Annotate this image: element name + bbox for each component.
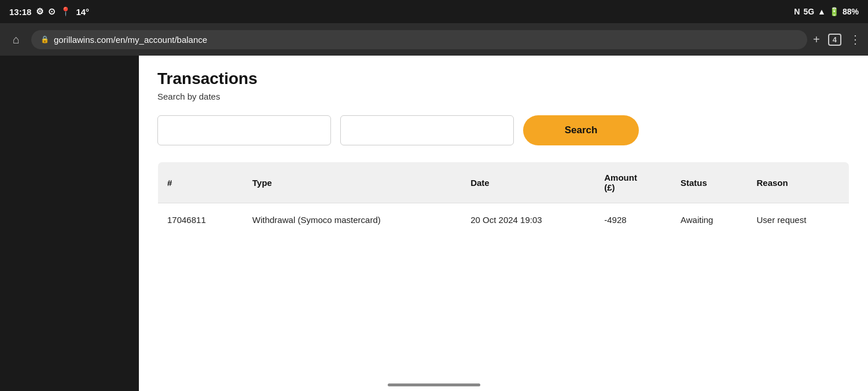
- location-icon: 📍: [60, 6, 71, 17]
- page-outer: Transactions Search by dates Search # Ty…: [0, 56, 868, 391]
- cell-reason: User request: [747, 203, 849, 237]
- table-body: 17046811 Withdrawal (Symoco mastercard) …: [158, 203, 849, 237]
- url-display: gorillawins.com/en/my_account/balance: [54, 35, 207, 45]
- cell-amount: -4928: [595, 203, 671, 237]
- address-bar[interactable]: 🔒 gorillawins.com/en/my_account/balance: [31, 30, 807, 49]
- cell-id: 17046811: [158, 203, 244, 237]
- table-header: # Type Date Amount(£) Status Reason: [158, 162, 849, 203]
- table-header-row: # Type Date Amount(£) Status Reason: [158, 162, 849, 203]
- battery-icon: 🔋: [829, 7, 839, 16]
- status-bar-right: N 5G ▲ 🔋 88%: [794, 7, 859, 16]
- search-by-dates-label: Search by dates: [157, 92, 849, 101]
- network-display: 5G: [803, 7, 814, 16]
- address-bar-lock-icon: 🔒: [41, 35, 49, 43]
- home-button[interactable]: ⌂: [7, 30, 25, 49]
- page-sidebar: [0, 56, 139, 391]
- time-display: 13:18: [9, 7, 31, 17]
- date-from-input[interactable]: [157, 115, 331, 145]
- status-bar-left: 13:18 ⚙ ⊙ 📍 14°: [9, 6, 89, 17]
- col-reason: Reason: [747, 162, 849, 203]
- search-row: Search: [157, 115, 849, 145]
- temperature-display: 14°: [76, 7, 89, 17]
- col-id: #: [158, 162, 244, 203]
- search-button[interactable]: Search: [523, 115, 639, 145]
- page-title: Transactions: [157, 70, 849, 88]
- cell-date: 20 Oct 2024 19:03: [461, 203, 595, 237]
- cell-type: Withdrawal (Symoco mastercard): [243, 203, 461, 237]
- more-options-button[interactable]: ⋮: [849, 32, 861, 46]
- col-date: Date: [461, 162, 595, 203]
- signal-icon: ▲: [818, 7, 826, 16]
- settings-icon: ⚙: [36, 6, 43, 17]
- battery-display: 88%: [843, 7, 859, 16]
- browser-chrome: ⌂ 🔒 gorillawins.com/en/my_account/balanc…: [0, 23, 868, 56]
- add-tab-button[interactable]: +: [813, 33, 820, 46]
- col-status: Status: [671, 162, 747, 203]
- col-type: Type: [243, 162, 461, 203]
- table-row: 17046811 Withdrawal (Symoco mastercard) …: [158, 203, 849, 237]
- status-bar: 13:18 ⚙ ⊙ 📍 14° N 5G ▲ 🔋 88%: [0, 0, 868, 23]
- col-amount: Amount(£): [595, 162, 671, 203]
- tab-count-display[interactable]: 4: [828, 34, 841, 46]
- cell-status: Awaiting: [671, 203, 747, 237]
- messenger-icon: ⊙: [48, 6, 56, 17]
- page-content: Transactions Search by dates Search # Ty…: [139, 56, 868, 391]
- scroll-indicator: [388, 383, 480, 386]
- date-to-input[interactable]: [340, 115, 514, 145]
- nfc-icon: N: [794, 7, 800, 16]
- browser-actions: + 4 ⋮: [813, 32, 861, 46]
- transactions-table: # Type Date Amount(£) Status Reason 1704…: [157, 162, 849, 237]
